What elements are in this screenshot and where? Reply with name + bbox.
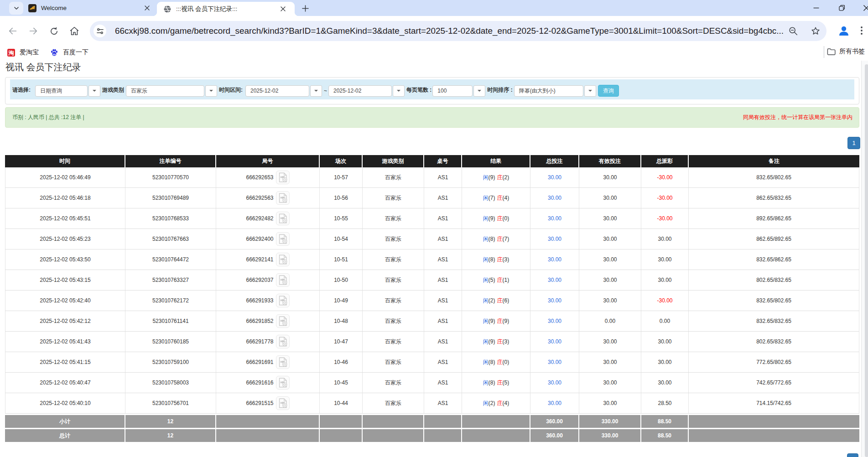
site-info-button[interactable] — [94, 25, 106, 37]
result-player: 闲 — [483, 358, 489, 366]
cell-time: 2025-12-02 05:45:23 — [5, 229, 125, 249]
cell-time: 2025-12-02 05:43:15 — [5, 270, 125, 290]
cell-time: 2025-12-02 05:46:49 — [5, 167, 125, 187]
video-file-button[interactable] — [276, 232, 290, 246]
result-banker: 庄 — [497, 358, 503, 366]
url-text[interactable]: 66cxkj98.com/game/betrecord_search/kind3… — [115, 21, 785, 41]
cell-remark: 714.15/742.65 — [689, 393, 859, 413]
video-file-button[interactable] — [276, 294, 290, 307]
game-type-dropdown-button[interactable] — [205, 85, 217, 97]
query-type-input[interactable]: 日期查询 — [35, 85, 88, 97]
url-bar[interactable]: 66cxkj98.com/game/betrecord_search/kind3… — [90, 21, 826, 41]
cell-table-number: AS1 — [424, 291, 462, 311]
total-bet-link[interactable]: 30.00 — [548, 277, 561, 283]
bet-records-table: 时间注单编号局号场次游戏类别桌号结果总投注有效投注总派彩备注 2025-12-0… — [5, 155, 859, 442]
grandtotal-row: 总计12360.00330.0088.50 — [5, 429, 859, 442]
tab-search-button[interactable] — [9, 2, 23, 15]
cell-payout: 30.00 — [641, 249, 689, 270]
cell-round-id: 666291691 — [216, 352, 320, 372]
cell-table-number: AS1 — [424, 229, 462, 249]
home-button[interactable] — [69, 26, 80, 36]
cell-round-id: 666291933 — [216, 291, 320, 311]
zoom-icon[interactable] — [788, 26, 798, 36]
tab-close-icon[interactable] — [143, 5, 151, 12]
time-sort-dropdown-button[interactable] — [584, 85, 596, 97]
tab-betrecord[interactable]: :::视讯 会员下注纪录::: — [157, 2, 295, 16]
video-file-button[interactable] — [276, 396, 290, 410]
video-file-button[interactable] — [276, 376, 290, 389]
all-bookmarks-button[interactable]: 所有书签 — [827, 47, 865, 56]
scrollbar-thumb[interactable] — [865, 64, 868, 457]
cell-result: 闲(5)庄(1) — [462, 270, 530, 290]
per-page-input[interactable]: 100 — [432, 85, 473, 97]
cell-result: 闲(8)庄(7) — [462, 229, 530, 249]
total-bet-link[interactable]: 30.00 — [548, 195, 561, 201]
total-bet-link[interactable]: 30.00 — [548, 256, 561, 263]
cell-remark: 832.65/802.65 — [689, 291, 859, 311]
per-page-dropdown-button[interactable] — [473, 85, 485, 97]
summary-cell: 360.00 — [530, 415, 579, 428]
cell-game-type: 百家乐 — [363, 270, 424, 290]
window-maximize-button[interactable] — [829, 0, 854, 16]
cell-game-type: 百家乐 — [363, 291, 424, 311]
game-type-input[interactable]: 百家乐 — [126, 85, 204, 97]
date-start-dropdown-button[interactable] — [310, 85, 322, 97]
bookmark-taobao[interactable]: 淘 爱淘宝 — [7, 47, 39, 57]
summary-cell — [462, 429, 530, 442]
video-file-button[interactable] — [276, 253, 290, 266]
per-page-combo: 100 — [432, 85, 485, 97]
date-end-dropdown-button[interactable] — [393, 85, 405, 97]
browser-window: Welcome :::视讯 会员下注纪录::: — [0, 0, 868, 457]
new-tab-button[interactable] — [300, 3, 311, 14]
summary-cell: 小计 — [5, 415, 125, 428]
date-end-input[interactable]: 2025-12-02 — [328, 85, 392, 97]
bookmark-star-icon[interactable] — [811, 26, 821, 36]
result-banker: 庄 — [497, 194, 503, 202]
pagination-page-1-bottom[interactable]: 1 — [847, 453, 858, 457]
video-file-icon — [277, 377, 288, 388]
video-file-button[interactable] — [276, 335, 290, 348]
video-file-button[interactable] — [276, 314, 290, 328]
menu-kebab-icon[interactable] — [858, 25, 865, 36]
video-file-button[interactable] — [276, 171, 290, 184]
video-file-button[interactable] — [276, 355, 290, 369]
total-bet-link[interactable]: 30.00 — [548, 236, 561, 242]
cell-valid-bet: 30.00 — [579, 167, 641, 187]
table-row: 2025-12-02 05:45:51 523010768533 6662924… — [5, 208, 859, 229]
currency-summary-text: 币别 : 人民币 | 总共 :12 注单 | — [12, 114, 84, 121]
cell-round-id: 666292400 — [216, 229, 320, 249]
time-sort-input[interactable]: 降幂(由大到小) — [514, 85, 583, 97]
total-bet-link[interactable]: 30.00 — [548, 215, 561, 222]
total-bet-link[interactable]: 30.00 — [548, 318, 561, 324]
bookmark-baidu[interactable]: du 百度一下 — [50, 47, 88, 57]
total-bet-link[interactable]: 30.00 — [548, 297, 561, 304]
baidu-icon: du — [50, 48, 58, 57]
video-file-button[interactable] — [276, 273, 290, 287]
profile-avatar-icon[interactable] — [837, 24, 850, 37]
page-scrollbar[interactable] — [861, 61, 868, 457]
cell-remark: 832.65/862.65 — [689, 249, 859, 270]
window-minimize-button[interactable] — [803, 0, 829, 16]
total-bet-link[interactable]: 30.00 — [548, 400, 561, 406]
pagination-page-1-top[interactable]: 1 — [847, 137, 860, 149]
video-file-button[interactable] — [276, 212, 290, 225]
cell-result: 闲(9)庄(9) — [462, 311, 530, 331]
cell-valid-bet: 30.00 — [579, 332, 641, 352]
tab-close-icon[interactable] — [279, 5, 286, 13]
forward-button[interactable] — [28, 26, 39, 36]
query-type-dropdown-button[interactable] — [88, 85, 100, 97]
search-button[interactable]: 查询 — [598, 85, 619, 97]
total-bet-link[interactable]: 30.00 — [548, 338, 561, 345]
date-start-input[interactable]: 2025-12-02 — [245, 85, 309, 97]
cell-payout: 28.50 — [641, 393, 689, 413]
total-bet-link[interactable]: 30.00 — [548, 359, 561, 365]
total-bet-link[interactable]: 30.00 — [548, 379, 561, 386]
back-button[interactable] — [7, 26, 18, 36]
filter-bar: 请选择: 日期查询 游戏类别 百家乐 时间区间: 2025-12-02 ~ 20… — [10, 79, 854, 99]
total-bet-link[interactable]: 30.00 — [548, 174, 561, 181]
tab-welcome[interactable]: Welcome — [26, 0, 154, 16]
video-file-button[interactable] — [276, 191, 290, 205]
reload-button[interactable] — [48, 26, 59, 36]
window-close-button[interactable] — [854, 0, 868, 16]
cell-remark: 832.65/832.65 — [689, 311, 859, 331]
